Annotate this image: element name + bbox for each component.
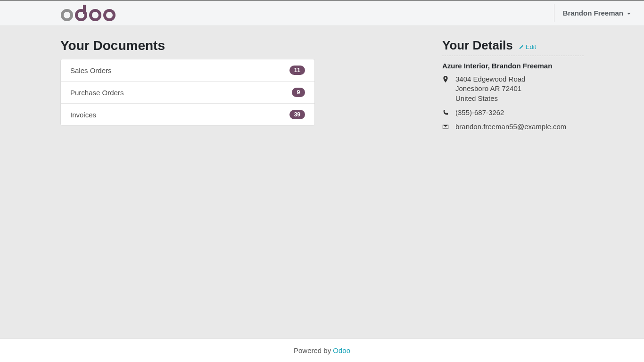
powered-by-text: Powered by <box>294 346 333 354</box>
footer: Powered by Odoo <box>0 338 644 362</box>
count-badge: 9 <box>292 88 305 97</box>
edit-label: Edit <box>526 43 536 50</box>
details-section: Your Details Edit Azure Interior, Brando… <box>442 38 584 136</box>
doc-row-invoices[interactable]: Invoices 39 <box>61 104 314 125</box>
odoo-logo[interactable] <box>60 5 117 22</box>
envelope-icon <box>442 123 449 130</box>
doc-row-purchase-orders[interactable]: Purchase Orders 9 <box>61 82 314 104</box>
svg-point-4 <box>105 10 114 20</box>
user-menu[interactable]: Brandon Freeman <box>554 4 631 22</box>
address-line3: United States <box>455 94 525 103</box>
doc-label: Invoices <box>70 111 96 119</box>
details-title: Your Details <box>442 38 513 53</box>
phone-text: (355)-687-3262 <box>455 108 504 117</box>
email-row: brandon.freeman55@example.com <box>442 122 584 132</box>
address-line1: 3404 Edgewood Road <box>455 74 525 84</box>
edit-details-link[interactable]: Edit <box>519 43 536 50</box>
details-name: Azure Interior, Brandon Freeman <box>442 62 584 70</box>
user-name: Brandon Freeman <box>563 9 623 17</box>
address-text: 3404 Edgewood Road Jonesboro AR 72401 Un… <box>455 74 525 103</box>
doc-label: Purchase Orders <box>70 89 124 97</box>
doc-label: Sales Orders <box>70 66 112 74</box>
chevron-down-icon <box>627 13 631 15</box>
email-text: brandon.freeman55@example.com <box>455 122 566 132</box>
phone-icon <box>442 109 449 116</box>
phone-row: (355)-687-3262 <box>442 108 584 117</box>
svg-rect-2 <box>83 5 86 14</box>
documents-section: Your Documents Sales Orders 11 Purchase … <box>60 38 315 126</box>
details-heading: Your Details Edit <box>442 38 584 56</box>
topbar: Brandon Freeman <box>0 0 644 26</box>
odoo-link[interactable]: Odoo <box>333 346 350 354</box>
documents-list: Sales Orders 11 Purchase Orders 9 Invoic… <box>60 59 315 126</box>
svg-point-0 <box>62 10 72 20</box>
address-line2: Jonesboro AR 72401 <box>455 84 525 93</box>
svg-point-3 <box>91 10 100 20</box>
address-row: 3404 Edgewood Road Jonesboro AR 72401 Un… <box>442 74 584 103</box>
count-badge: 39 <box>289 110 305 119</box>
main-content: Your Documents Sales Orders 11 Purchase … <box>0 26 644 338</box>
doc-row-sales-orders[interactable]: Sales Orders 11 <box>61 59 314 82</box>
documents-title: Your Documents <box>60 38 315 53</box>
pencil-icon <box>519 44 524 49</box>
map-marker-icon <box>442 76 449 82</box>
count-badge: 11 <box>289 66 305 75</box>
